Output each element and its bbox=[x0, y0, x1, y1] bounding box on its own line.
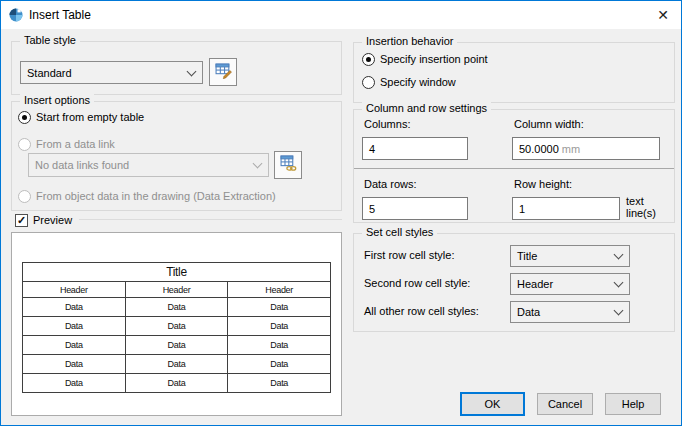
preview-header-cell: Header bbox=[125, 282, 228, 298]
row-height-label: Row height: bbox=[514, 178, 572, 190]
preview-data-cell: Data bbox=[23, 336, 126, 355]
preview-data-row: Data Data Data bbox=[23, 374, 331, 393]
column-width-unit: mm bbox=[562, 143, 580, 155]
data-rows-value: 5 bbox=[369, 203, 375, 215]
data-rows-input[interactable]: 5 bbox=[362, 197, 468, 220]
table-style-select[interactable]: Standard bbox=[20, 61, 203, 84]
title-bar: Insert Table ✕ bbox=[1, 1, 681, 29]
columns-value: 4 bbox=[369, 143, 375, 155]
radio-label: Specify insertion point bbox=[380, 53, 488, 65]
preview-data-cell: Data bbox=[125, 355, 228, 374]
preview-checkbox-label: Preview bbox=[33, 214, 72, 226]
other-rows-style-value: Data bbox=[511, 306, 607, 318]
preview-data-cell: Data bbox=[228, 298, 331, 317]
data-link-select[interactable]: No data links found bbox=[28, 153, 269, 177]
insert-options-group: Insert options Start from empty table Fr… bbox=[11, 101, 342, 211]
preview-data-cell: Data bbox=[23, 298, 126, 317]
radio-specify-window[interactable]: Specify window bbox=[362, 74, 456, 90]
preview-header-cell: Header bbox=[228, 282, 331, 298]
ok-button[interactable]: OK bbox=[460, 392, 525, 416]
insert-options-legend: Insert options bbox=[20, 94, 94, 106]
preview-data-cell: Data bbox=[228, 317, 331, 336]
radio-specify-insertion-point[interactable]: Specify insertion point bbox=[362, 51, 488, 67]
radio-label: Start from empty table bbox=[36, 111, 144, 123]
preview-group-line bbox=[79, 219, 342, 220]
radio-start-from-empty-table[interactable]: Start from empty table bbox=[18, 109, 144, 125]
chevron-down-icon bbox=[607, 302, 629, 322]
preview-pane: Title Header Header Header Data Data Dat… bbox=[11, 232, 342, 416]
insert-table-dialog: Insert Table ✕ Table style Standard I bbox=[0, 0, 682, 426]
columns-label: Columns: bbox=[364, 118, 410, 130]
preview-data-cell: Data bbox=[125, 298, 228, 317]
data-rows-label: Data rows: bbox=[364, 178, 417, 190]
preview-data-cell: Data bbox=[23, 374, 126, 393]
radio-label: From object data in the drawing (Data Ex… bbox=[36, 190, 276, 202]
column-width-input[interactable]: 50.0000 mm bbox=[512, 137, 660, 160]
help-button[interactable]: Help bbox=[605, 393, 661, 415]
radio-unselected-icon bbox=[18, 138, 31, 151]
table-style-group: Table style Standard bbox=[11, 41, 342, 95]
radio-unselected-icon bbox=[362, 76, 375, 89]
column-width-label: Column width: bbox=[514, 118, 584, 130]
chevron-down-icon bbox=[607, 274, 629, 294]
table-style-value: Standard bbox=[21, 67, 180, 79]
radio-selected-icon bbox=[362, 53, 375, 66]
preview-checkbox[interactable]: ✓ Preview bbox=[15, 212, 72, 228]
column-row-settings-group: Column and row settings Columns: 4 Colum… bbox=[353, 109, 675, 223]
radio-from-object-data[interactable]: From object data in the drawing (Data Ex… bbox=[18, 188, 276, 204]
preview-data-cell: Data bbox=[125, 336, 228, 355]
set-cell-styles-group: Set cell styles First row cell style: Ti… bbox=[353, 233, 675, 332]
radio-label: Specify window bbox=[380, 76, 456, 88]
close-button[interactable]: ✕ bbox=[645, 1, 681, 29]
row-height-input[interactable]: 1 bbox=[512, 197, 620, 220]
insertion-behavior-legend: Insertion behavior bbox=[362, 35, 457, 47]
table-edit-icon bbox=[215, 62, 232, 82]
preview-data-cell: Data bbox=[23, 317, 126, 336]
other-rows-style-label: All other row cell styles: bbox=[364, 305, 479, 317]
chevron-down-icon bbox=[246, 154, 268, 176]
table-link-icon bbox=[280, 155, 297, 175]
radio-selected-icon bbox=[18, 111, 31, 124]
radio-unselected-icon bbox=[18, 190, 31, 203]
preview-data-row: Data Data Data bbox=[23, 336, 331, 355]
preview-table: Title Header Header Header Data Data Dat… bbox=[22, 262, 331, 393]
data-link-value: No data links found bbox=[29, 159, 246, 171]
preview-data-cell: Data bbox=[228, 355, 331, 374]
column-width-value: 50.0000 bbox=[519, 143, 559, 155]
preview-data-row: Data Data Data bbox=[23, 317, 331, 336]
second-row-style-value: Header bbox=[511, 278, 607, 290]
other-rows-style-select[interactable]: Data bbox=[510, 301, 630, 323]
insert-table-app-icon bbox=[9, 8, 23, 22]
radio-label: From a data link bbox=[36, 138, 115, 150]
first-row-style-value: Title bbox=[511, 250, 607, 262]
first-row-style-label: First row cell style: bbox=[364, 249, 454, 261]
chevron-down-icon bbox=[180, 62, 202, 83]
launch-data-link-manager-button[interactable] bbox=[274, 151, 302, 179]
columns-input[interactable]: 4 bbox=[362, 137, 468, 160]
preview-data-cell: Data bbox=[125, 317, 228, 336]
column-row-settings-legend: Column and row settings bbox=[362, 102, 491, 114]
chevron-down-icon bbox=[607, 246, 629, 266]
window-title: Insert Table bbox=[29, 1, 91, 29]
row-height-unit: text line(s) bbox=[626, 195, 674, 219]
first-row-style-select[interactable]: Title bbox=[510, 245, 630, 267]
radio-from-data-link[interactable]: From a data link bbox=[18, 136, 115, 152]
second-row-style-label: Second row cell style: bbox=[364, 277, 470, 289]
settings-divider bbox=[354, 168, 674, 169]
preview-header-row: Header Header Header bbox=[23, 282, 331, 298]
second-row-style-select[interactable]: Header bbox=[510, 273, 630, 295]
launch-table-style-dialog-button[interactable] bbox=[209, 58, 237, 86]
cancel-button[interactable]: Cancel bbox=[537, 393, 593, 415]
preview-title-row: Title bbox=[23, 263, 331, 282]
table-style-legend: Table style bbox=[20, 34, 80, 46]
preview-header-cell: Header bbox=[23, 282, 126, 298]
set-cell-styles-legend: Set cell styles bbox=[362, 226, 437, 238]
preview-data-cell: Data bbox=[23, 355, 126, 374]
preview-data-row: Data Data Data bbox=[23, 355, 331, 374]
preview-data-cell: Data bbox=[228, 336, 331, 355]
preview-data-row: Data Data Data bbox=[23, 298, 331, 317]
checkbox-checked-icon: ✓ bbox=[15, 214, 28, 227]
preview-title-cell: Title bbox=[23, 263, 331, 282]
row-height-value: 1 bbox=[519, 203, 525, 215]
preview-data-cell: Data bbox=[228, 374, 331, 393]
